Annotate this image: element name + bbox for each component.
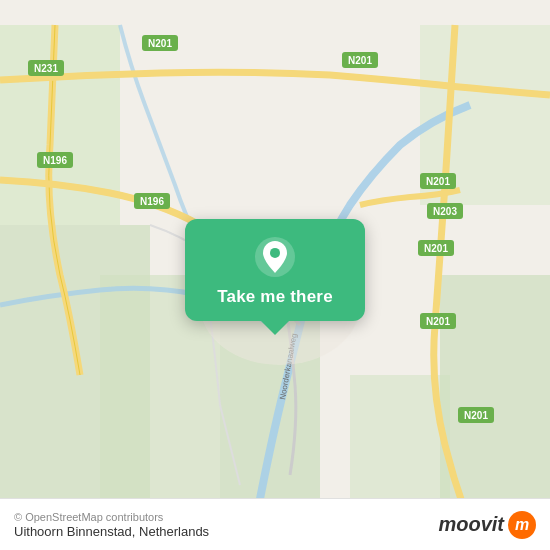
svg-point-38 (270, 248, 280, 258)
svg-text:N201: N201 (464, 410, 488, 421)
map-container: N231 N201 N201 N196 N196 N201 N203 N201 … (0, 0, 550, 550)
svg-text:N201: N201 (348, 55, 372, 66)
svg-text:N231: N231 (34, 63, 58, 74)
moovit-logo: moovit m (438, 511, 536, 539)
location-text: Uithoorn Binnenstad, Netherlands (14, 524, 209, 539)
svg-text:N201: N201 (424, 243, 448, 254)
attribution-location: © OpenStreetMap contributors Uithoorn Bi… (14, 511, 209, 539)
bottom-bar: © OpenStreetMap contributors Uithoorn Bi… (0, 498, 550, 550)
svg-text:N196: N196 (43, 155, 67, 166)
take-me-there-card[interactable]: Take me there (185, 219, 365, 321)
moovit-logo-dot: m (508, 511, 536, 539)
svg-text:N201: N201 (148, 38, 172, 49)
svg-text:N201: N201 (426, 316, 450, 327)
svg-text:N196: N196 (140, 196, 164, 207)
svg-text:N201: N201 (426, 176, 450, 187)
svg-text:N203: N203 (433, 206, 457, 217)
copyright-text: © OpenStreetMap contributors (14, 511, 209, 523)
moovit-logo-text: moovit (438, 513, 504, 536)
location-pin-icon (253, 235, 297, 279)
take-me-there-button-label: Take me there (217, 287, 333, 307)
